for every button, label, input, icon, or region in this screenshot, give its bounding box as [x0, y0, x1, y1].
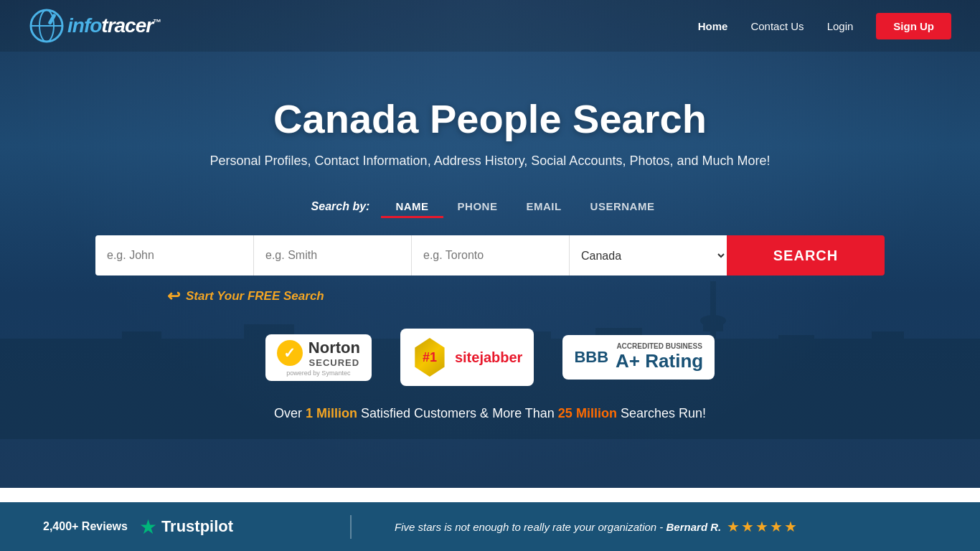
- trust-badges: ✓ Norton SECURED powered by Symantec #1: [29, 329, 951, 386]
- logo[interactable]: infotracer™: [29, 8, 161, 44]
- bbb-badge: BBB ACCREDITED BUSINESS A+ Rating: [562, 335, 715, 380]
- stats-text: Over 1 Million Satisfied Customers & Mor…: [29, 406, 951, 421]
- search-by-label: Search by:: [311, 200, 370, 213]
- city-input[interactable]: [411, 235, 569, 276]
- arrow-icon: ↩: [167, 287, 180, 306]
- bbb-logo: BBB: [574, 348, 608, 367]
- norton-brand: Norton: [308, 339, 360, 357]
- free-search-text[interactable]: Start Your FREE Search: [186, 289, 324, 303]
- review-left: 2,400+ Reviews ★ Trustpilot: [0, 515, 352, 539]
- search-form: Canada SEARCH: [29, 235, 951, 276]
- bbb-rating: A+ Rating: [616, 350, 703, 372]
- star-3: ★: [755, 518, 768, 535]
- review-bar: 2,400+ Reviews ★ Trustpilot Five stars i…: [0, 502, 980, 551]
- tab-username[interactable]: USERNAME: [576, 194, 669, 218]
- free-search-hint: ↩ Start Your FREE Search: [167, 287, 813, 306]
- review-quote: Five stars is not enough to really rate …: [395, 521, 721, 533]
- trustpilot-star-icon: ★: [139, 515, 157, 539]
- search-tabs: Search by: NAME PHONE EMAIL USERNAME: [29, 194, 951, 218]
- review-count: 2,400+ Reviews: [43, 520, 128, 533]
- page-title: Canada People Search: [29, 95, 951, 142]
- hero-subtitle: Personal Profiles, Contact Information, …: [29, 154, 951, 169]
- tab-phone[interactable]: PHONE: [443, 194, 512, 218]
- norton-check-icon: ✓: [277, 340, 303, 366]
- norton-powered: powered by Symantec: [286, 369, 350, 377]
- trustpilot-logo: ★ Trustpilot: [139, 515, 233, 539]
- sitejabber-label: sitejabber: [455, 349, 522, 366]
- star-1: ★: [727, 518, 740, 535]
- search-button[interactable]: SEARCH: [727, 235, 885, 276]
- signup-button[interactable]: Sign Up: [876, 13, 951, 39]
- nav: Home Contact Us Login Sign Up: [698, 13, 951, 39]
- tab-name[interactable]: NAME: [381, 194, 443, 218]
- hero-section: Canada People Search Personal Profiles, …: [0, 0, 980, 488]
- tab-email[interactable]: EMAIL: [512, 194, 575, 218]
- nav-home[interactable]: Home: [698, 20, 728, 32]
- country-select[interactable]: Canada: [569, 235, 727, 276]
- sitejabber-rank: #1: [423, 350, 437, 365]
- norton-secured-text: SECURED: [308, 357, 360, 368]
- trustpilot-label: Trustpilot: [161, 517, 233, 536]
- sitejabber-medal: #1: [412, 336, 448, 379]
- header: infotracer™ Home Contact Us Login Sign U…: [0, 0, 980, 52]
- nav-login[interactable]: Login: [827, 20, 854, 32]
- norton-badge: ✓ Norton SECURED powered by Symantec: [265, 334, 372, 381]
- star-4: ★: [770, 518, 783, 535]
- first-name-input[interactable]: [95, 235, 253, 276]
- review-stars: ★ ★ ★ ★ ★: [727, 518, 797, 535]
- sitejabber-badge: #1 sitejabber: [400, 329, 534, 386]
- bbb-accredited-text: ACCREDITED BUSINESS: [616, 342, 703, 350]
- nav-contact[interactable]: Contact Us: [750, 20, 804, 32]
- hero-content: Canada People Search Personal Profiles, …: [0, 38, 980, 450]
- last-name-input[interactable]: [253, 235, 411, 276]
- logo-text: infotracer™: [67, 14, 161, 37]
- review-right: Five stars is not enough to really rate …: [352, 518, 980, 535]
- star-2: ★: [741, 518, 754, 535]
- star-5: ★: [784, 518, 797, 535]
